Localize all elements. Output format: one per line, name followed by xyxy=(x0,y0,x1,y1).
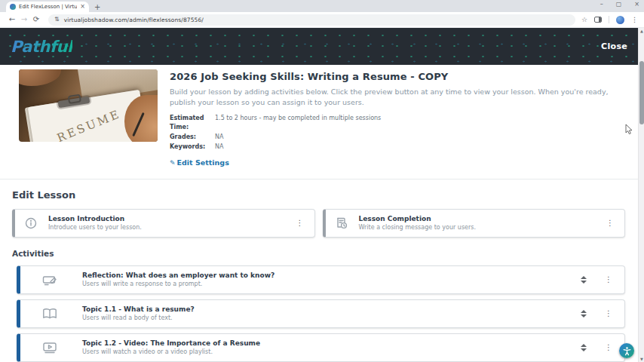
tune-icon[interactable]: ⇅ xyxy=(54,17,60,23)
lesson-meta: Estimated Time: 1.5 to 2 hours - may be … xyxy=(170,114,621,153)
meta-value: 1.5 to 2 hours - may be completed in mul… xyxy=(215,114,381,133)
page-title: 2026 Job Seeking Skills: Writing a Resum… xyxy=(170,71,621,82)
toolbar-divider xyxy=(609,16,609,23)
scrollbar-thumb[interactable] xyxy=(639,61,644,124)
prompt-icon xyxy=(41,274,58,286)
bookmark-star-icon[interactable]: ☆ xyxy=(581,17,587,23)
activity-subtitle: Users will watch a video or a video play… xyxy=(82,348,558,355)
meta-label: Keywords: xyxy=(170,143,215,152)
reorder-handle-icon[interactable] xyxy=(581,276,587,284)
new-tab-button[interactable]: + xyxy=(94,4,100,11)
activity-menu-icon[interactable]: ⋮ xyxy=(603,309,614,318)
card-title: Lesson Completion xyxy=(359,215,596,222)
activity-subtitle: Users will write a response to a prompt. xyxy=(82,281,558,287)
lesson-bookend-cards: Lesson Introduction Introduce users to y… xyxy=(12,209,625,238)
activity-title: Topic 1.2 - Video: The Importance of a R… xyxy=(82,339,558,347)
meta-label: Estimated Time: xyxy=(170,114,215,133)
lesson-editor-page: RESUME 2026 Job Seeking Skills: Writing … xyxy=(0,65,644,362)
activity-row-reflection[interactable]: Reflection: What does an employer want t… xyxy=(17,265,625,294)
scrollbar-down-icon[interactable]: ▼ xyxy=(639,356,644,362)
photo-hand-top xyxy=(19,69,61,86)
back-icon[interactable]: ← xyxy=(6,16,18,23)
url-text: virtualjobshadow.com/admin/flexlessons/8… xyxy=(64,17,204,23)
meta-value: NA xyxy=(215,143,223,152)
forward-icon[interactable]: → xyxy=(18,16,30,23)
browser-tab-strip: Edit FlexLesson | VirtualJobSha... × + –… xyxy=(0,0,644,12)
activity-menu-icon[interactable]: ⋮ xyxy=(603,343,614,351)
lesson-completion-card[interactable]: Lesson Completion Write a closing messag… xyxy=(323,209,626,238)
pencil-icon: ✎ xyxy=(170,159,176,167)
reorder-handle-icon[interactable] xyxy=(581,310,587,318)
book-icon xyxy=(41,308,58,320)
side-panel-icon[interactable] xyxy=(594,17,602,23)
window-close-button[interactable]: × xyxy=(634,2,639,8)
card-title: Lesson Introduction xyxy=(48,215,286,222)
edit-lesson-heading: Edit Lesson xyxy=(12,189,625,201)
lesson-thumbnail-image: RESUME xyxy=(19,69,158,142)
meta-value: NA xyxy=(215,133,223,143)
activity-menu-icon[interactable]: ⋮ xyxy=(603,275,614,284)
activity-row-topic-1-2[interactable]: Topic 1.2 - Video: The Importance of a R… xyxy=(17,333,625,362)
edit-settings-link[interactable]: ✎ Edit Settings xyxy=(170,158,229,167)
pathful-logo: Pathful xyxy=(11,38,72,56)
scrollbar-up-icon[interactable]: ▲ xyxy=(639,28,644,34)
toolbar-right: ☆ ⋮ xyxy=(581,16,638,24)
accessibility-person-icon xyxy=(622,346,632,356)
browser-tab[interactable]: Edit FlexLesson | VirtualJobSha... × xyxy=(6,2,89,12)
maximize-button[interactable]: ▢ xyxy=(616,2,622,8)
lesson-introduction-card[interactable]: Lesson Introduction Introduce users to y… xyxy=(12,209,315,238)
page-scrollbar[interactable]: ▲ ▼ xyxy=(638,28,644,362)
browser-menu-icon[interactable]: ⋮ xyxy=(631,17,638,23)
minimize-button[interactable]: – xyxy=(600,2,603,8)
address-bar[interactable]: ⇅ virtualjobshadow.com/admin/flexlessons… xyxy=(48,14,575,26)
activity-title: Reflection: What does an employer want t… xyxy=(82,272,558,279)
document-clock-icon xyxy=(333,216,350,230)
meta-label: Grades: xyxy=(170,133,215,143)
reorder-handle-icon[interactable] xyxy=(581,344,587,351)
card-subtitle: Write a closing message to your users. xyxy=(359,224,596,231)
window-controls: – ▢ × xyxy=(600,2,639,8)
reload-icon[interactable]: ⟳ xyxy=(30,16,42,23)
card-menu-icon[interactable]: ⋮ xyxy=(605,219,615,227)
edit-settings-label: Edit Settings xyxy=(177,158,229,167)
close-button[interactable]: Close xyxy=(601,41,627,51)
meta-row-keywords: Keywords: NA xyxy=(170,143,621,152)
video-icon xyxy=(41,342,58,354)
lesson-summary-section: RESUME 2026 Job Seeking Skills: Writing … xyxy=(0,65,644,179)
activity-subtitle: Users will read a body of text. xyxy=(82,314,558,321)
activity-title: Topic 1.1 - What is a resume? xyxy=(82,305,558,313)
tab-close-icon[interactable]: × xyxy=(80,4,85,10)
accessibility-widget-button[interactable] xyxy=(619,343,634,358)
pathful-favicon-icon xyxy=(10,4,16,10)
meta-row-grades: Grades: NA xyxy=(170,133,621,143)
browser-toolbar: ← → ⟳ ⇅ virtualjobshadow.com/admin/flexl… xyxy=(0,12,644,28)
activities-heading: Activities xyxy=(12,249,625,258)
tab-title: Edit FlexLesson | VirtualJobSha... xyxy=(19,4,77,10)
card-menu-icon[interactable]: ⋮ xyxy=(295,219,305,227)
card-subtitle: Introduce users to your lesson. xyxy=(48,224,286,231)
app-header: Pathful Close xyxy=(0,28,644,65)
meta-row-estimated-time: Estimated Time: 1.5 to 2 hours - may be … xyxy=(170,114,621,133)
info-icon xyxy=(23,216,39,230)
profile-avatar[interactable] xyxy=(616,16,624,24)
activity-row-topic-1-1[interactable]: Topic 1.1 - What is a resume? Users will… xyxy=(17,299,625,328)
lesson-description: Build your lesson by adding activities b… xyxy=(170,87,621,108)
